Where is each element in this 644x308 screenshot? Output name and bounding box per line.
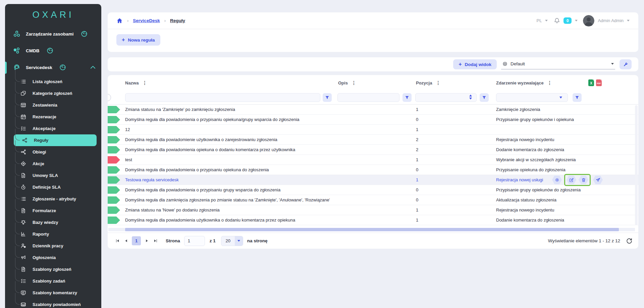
- item-label: Umowy SLA: [33, 173, 58, 178]
- last-page-button[interactable]: [151, 237, 160, 245]
- item-icon: [20, 243, 26, 249]
- step-down-icon[interactable]: [469, 98, 472, 100]
- add-view-button[interactable]: + Dodaj widok: [453, 59, 497, 69]
- item-icon: [20, 149, 26, 155]
- rule-description: [338, 205, 412, 215]
- item-icon: [20, 196, 26, 202]
- section-icon: [13, 47, 20, 54]
- export-excel-icon[interactable]: X: [588, 79, 594, 86]
- notification-badge[interactable]: 0: [564, 17, 572, 24]
- table-row[interactable]: Testowa reguła servicedesk 1 Rejestracja…: [108, 175, 638, 185]
- sidebar-item-reguły[interactable]: Reguły: [14, 134, 97, 146]
- rule-position: 0: [416, 185, 483, 195]
- column-header-opis[interactable]: Opis ⋮: [338, 75, 357, 90]
- filter-input-opis[interactable]: [337, 93, 399, 102]
- breadcrumb-reguly[interactable]: Reguły: [170, 18, 185, 23]
- sidebar-section-cmdb[interactable]: CMDB: [5, 42, 101, 59]
- bell-icon[interactable]: [554, 17, 560, 24]
- breadcrumb-separator: ›: [164, 18, 166, 23]
- funnel-icon: [575, 96, 579, 100]
- filter-button-pozycja[interactable]: [480, 93, 489, 102]
- home-icon[interactable]: [116, 17, 123, 24]
- vertical-scrollbar[interactable]: [635, 105, 638, 225]
- page-number-input[interactable]: [184, 236, 205, 246]
- item-icon: [20, 302, 26, 307]
- column-label: Pozycja: [416, 80, 432, 85]
- sidebar-item-szablony-powiadomień[interactable]: Szablony powiadomień: [5, 299, 101, 308]
- current-page-button[interactable]: 1: [132, 236, 141, 245]
- rule-description: [338, 195, 412, 205]
- column-menu-icon[interactable]: ⋮: [351, 80, 357, 85]
- table-row[interactable]: Domyślna reguła dla powiadomienia o przy…: [108, 115, 638, 125]
- item-icon: [22, 137, 28, 143]
- item-label: Szablony komentarzy: [33, 290, 77, 295]
- table-row[interactable]: Zmiana statusu na 'Nowe' po dodaniu zgło…: [108, 205, 638, 215]
- prev-page-button[interactable]: [122, 237, 130, 245]
- filter-button-opis[interactable]: [402, 93, 412, 102]
- export-pdf-icon[interactable]: PDF: [596, 79, 602, 86]
- rule-name: Domyślna reguła dla powiadomienia o przy…: [125, 115, 330, 124]
- rule-status-indicator: [108, 146, 120, 153]
- table-row[interactable]: Domyślna reguła dla zamknięcia zgłoszeni…: [108, 195, 638, 205]
- breadcrumb-servicedesk[interactable]: ServiceDesk: [133, 18, 160, 23]
- rule-position: 0: [416, 165, 483, 175]
- view-selected-label: Default: [511, 61, 525, 66]
- rule-position: 1: [416, 215, 483, 225]
- sidebar-section-zarz-dzanie-zasobami[interactable]: Zarządzanie zasobami: [5, 25, 101, 42]
- page-size-selector[interactable]: 20: [221, 236, 243, 246]
- table-row[interactable]: Zmiana statusu na 'Zamknięte' po zamknię…: [108, 105, 638, 115]
- prev-page-icon: [124, 239, 128, 243]
- filter-input-pozycja[interactable]: [415, 93, 477, 102]
- item-label: Bazy wiedzy: [33, 220, 58, 225]
- filter-select-zdarzenie[interactable]: [496, 93, 568, 102]
- export-buttons: X PDF: [588, 75, 602, 90]
- item-label: Formularze: [33, 208, 56, 213]
- horizontal-scrollbar: [108, 227, 638, 233]
- column-header-zdarzenie[interactable]: Zdarzenie wyzwalające ⋮: [496, 75, 553, 90]
- item-label: Reguły: [34, 138, 48, 143]
- user-name[interactable]: Admin Admin: [598, 18, 624, 23]
- language-selector[interactable]: PL: [537, 18, 542, 23]
- view-selector[interactable]: Default: [501, 59, 615, 69]
- filter-input-nazwa[interactable]: [125, 93, 320, 102]
- column-menu-icon[interactable]: ⋮: [142, 80, 148, 85]
- chevron-down-icon[interactable]: [575, 20, 578, 21]
- number-stepper[interactable]: [469, 95, 472, 100]
- new-rule-button[interactable]: + Nowa reguła: [116, 34, 160, 46]
- user-area: PL 0 Admin Admin: [537, 15, 630, 26]
- column-menu-icon[interactable]: ⋮: [435, 80, 441, 85]
- highlight-box: [564, 174, 591, 186]
- chevron-down-icon[interactable]: [627, 20, 630, 21]
- delete-rule-button[interactable]: [579, 176, 588, 184]
- next-page-button[interactable]: [142, 237, 151, 245]
- table-row[interactable]: Domyślna reguła dla powiadomienia o przy…: [108, 165, 638, 175]
- table-row[interactable]: Domyślna reguła dla powiadomienia o przy…: [108, 185, 638, 195]
- chevron-down-icon[interactable]: [545, 20, 548, 21]
- edit-rule-button[interactable]: [567, 176, 576, 184]
- view-rule-button[interactable]: [552, 176, 562, 184]
- send-rule-button[interactable]: [593, 176, 603, 184]
- rule-status-indicator: [108, 136, 120, 143]
- table-row[interactable]: 12 1: [108, 125, 638, 135]
- table-row[interactable]: test 1 Wybranie akcji w szczegółach zgło…: [108, 155, 638, 165]
- view-icon: [502, 61, 507, 66]
- column-menu-icon[interactable]: ⋮: [547, 80, 553, 85]
- rule-name: Zmiana statusu na 'Nowe' po dodaniu zgło…: [125, 205, 330, 215]
- avatar[interactable]: [583, 15, 594, 26]
- column-header-pozycja[interactable]: Pozycja ⋮: [416, 75, 441, 90]
- table-row[interactable]: Domyślna reguła dla powiadomienie użytko…: [108, 135, 638, 145]
- step-up-icon[interactable]: [469, 95, 472, 97]
- refresh-button[interactable]: [626, 237, 633, 245]
- filter-button-zdarzenie[interactable]: [573, 93, 582, 102]
- table-row[interactable]: Domyślna reguła dla powiadomienia opieku…: [108, 145, 638, 155]
- item-label: Lista zgłoszeń: [33, 79, 62, 84]
- item-icon: [20, 220, 26, 225]
- item-label: Raporty: [33, 232, 49, 237]
- first-page-button[interactable]: [113, 237, 122, 245]
- table-row[interactable]: Domyślna reguła dla powiadomienia użytko…: [108, 215, 638, 225]
- filter-button-nazwa[interactable]: [323, 93, 332, 102]
- scrollbar-thumb[interactable]: [125, 228, 619, 231]
- column-header-nazwa[interactable]: Nazwa ⋮: [125, 75, 148, 90]
- rule-position: 0: [416, 115, 483, 124]
- view-settings-button[interactable]: [620, 59, 632, 69]
